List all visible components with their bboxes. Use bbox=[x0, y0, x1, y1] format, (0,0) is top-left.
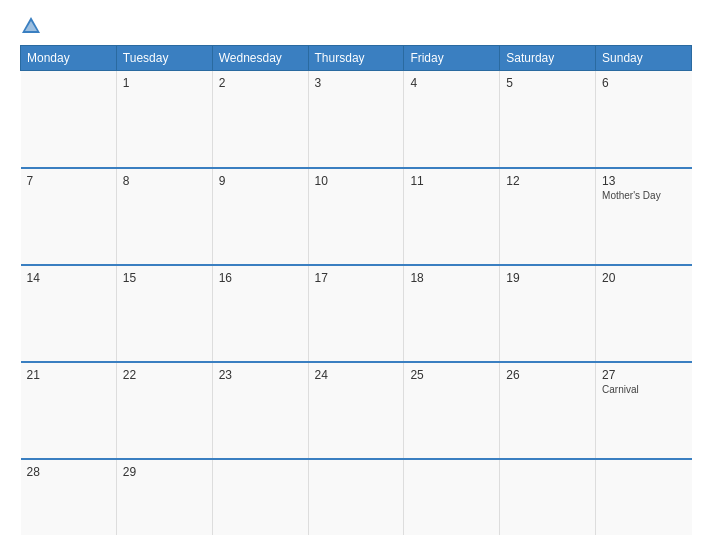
calendar-cell: 11 bbox=[404, 168, 500, 265]
day-number: 14 bbox=[27, 271, 110, 285]
day-number: 15 bbox=[123, 271, 206, 285]
day-number: 22 bbox=[123, 368, 206, 382]
day-number: 23 bbox=[219, 368, 302, 382]
day-number: 20 bbox=[602, 271, 685, 285]
calendar-cell: 7 bbox=[21, 168, 117, 265]
logo-icon bbox=[20, 15, 42, 37]
calendar-cell: 6 bbox=[596, 71, 692, 168]
day-number: 1 bbox=[123, 76, 206, 90]
calendar-cell: 26 bbox=[500, 362, 596, 459]
calendar-cell: 5 bbox=[500, 71, 596, 168]
day-number: 10 bbox=[315, 174, 398, 188]
day-number: 25 bbox=[410, 368, 493, 382]
day-event: Carnival bbox=[602, 384, 685, 395]
calendar-table: MondayTuesdayWednesdayThursdayFridaySatu… bbox=[20, 45, 692, 535]
calendar-cell: 9 bbox=[212, 168, 308, 265]
day-number: 19 bbox=[506, 271, 589, 285]
calendar-cell bbox=[596, 459, 692, 535]
logo bbox=[20, 15, 46, 37]
day-number: 27 bbox=[602, 368, 685, 382]
day-number: 28 bbox=[27, 465, 110, 479]
calendar-cell: 28 bbox=[21, 459, 117, 535]
calendar-cell: 13Mother's Day bbox=[596, 168, 692, 265]
calendar-cell: 4 bbox=[404, 71, 500, 168]
calendar-cell bbox=[21, 71, 117, 168]
calendar-cell: 14 bbox=[21, 265, 117, 362]
weekday-friday: Friday bbox=[404, 46, 500, 71]
day-number: 4 bbox=[410, 76, 493, 90]
header bbox=[20, 15, 692, 37]
day-number: 8 bbox=[123, 174, 206, 188]
week-row-3: 14151617181920 bbox=[21, 265, 692, 362]
day-number: 11 bbox=[410, 174, 493, 188]
calendar-cell: 16 bbox=[212, 265, 308, 362]
calendar-cell bbox=[212, 459, 308, 535]
weekday-wednesday: Wednesday bbox=[212, 46, 308, 71]
calendar-cell: 19 bbox=[500, 265, 596, 362]
weekday-monday: Monday bbox=[21, 46, 117, 71]
day-number: 12 bbox=[506, 174, 589, 188]
day-event: Mother's Day bbox=[602, 190, 685, 201]
calendar-cell: 2 bbox=[212, 71, 308, 168]
weekday-saturday: Saturday bbox=[500, 46, 596, 71]
calendar-cell: 17 bbox=[308, 265, 404, 362]
week-row-1: 123456 bbox=[21, 71, 692, 168]
day-number: 17 bbox=[315, 271, 398, 285]
day-number: 21 bbox=[27, 368, 110, 382]
calendar-cell: 23 bbox=[212, 362, 308, 459]
day-number: 26 bbox=[506, 368, 589, 382]
day-number: 29 bbox=[123, 465, 206, 479]
calendar-cell: 25 bbox=[404, 362, 500, 459]
calendar-cell: 1 bbox=[116, 71, 212, 168]
week-row-2: 78910111213Mother's Day bbox=[21, 168, 692, 265]
calendar-cell: 29 bbox=[116, 459, 212, 535]
day-number: 6 bbox=[602, 76, 685, 90]
day-number: 18 bbox=[410, 271, 493, 285]
week-row-5: 2829 bbox=[21, 459, 692, 535]
calendar-cell bbox=[308, 459, 404, 535]
calendar-page: MondayTuesdayWednesdayThursdayFridaySatu… bbox=[0, 0, 712, 550]
day-number: 9 bbox=[219, 174, 302, 188]
calendar-cell: 12 bbox=[500, 168, 596, 265]
calendar-cell: 15 bbox=[116, 265, 212, 362]
calendar-cell bbox=[500, 459, 596, 535]
weekday-sunday: Sunday bbox=[596, 46, 692, 71]
day-number: 7 bbox=[27, 174, 110, 188]
calendar-cell: 8 bbox=[116, 168, 212, 265]
calendar-cell: 10 bbox=[308, 168, 404, 265]
day-number: 13 bbox=[602, 174, 685, 188]
weekday-header-row: MondayTuesdayWednesdayThursdayFridaySatu… bbox=[21, 46, 692, 71]
day-number: 5 bbox=[506, 76, 589, 90]
weekday-thursday: Thursday bbox=[308, 46, 404, 71]
calendar-cell bbox=[404, 459, 500, 535]
calendar-cell: 21 bbox=[21, 362, 117, 459]
day-number: 24 bbox=[315, 368, 398, 382]
calendar-cell: 20 bbox=[596, 265, 692, 362]
calendar-cell: 22 bbox=[116, 362, 212, 459]
calendar-cell: 27Carnival bbox=[596, 362, 692, 459]
weekday-tuesday: Tuesday bbox=[116, 46, 212, 71]
calendar-cell: 24 bbox=[308, 362, 404, 459]
day-number: 3 bbox=[315, 76, 398, 90]
calendar-cell: 3 bbox=[308, 71, 404, 168]
calendar-cell: 18 bbox=[404, 265, 500, 362]
day-number: 2 bbox=[219, 76, 302, 90]
week-row-4: 21222324252627Carnival bbox=[21, 362, 692, 459]
day-number: 16 bbox=[219, 271, 302, 285]
